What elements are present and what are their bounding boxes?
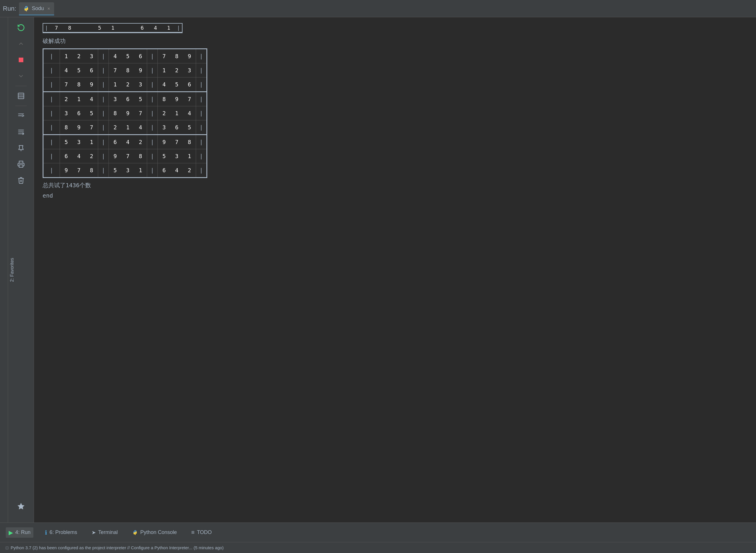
todo-panel-label: TODO	[197, 529, 212, 536]
todo-panel-icon: ≡	[191, 529, 195, 536]
scroll-up-button[interactable]	[13, 36, 28, 51]
svg-point-1	[26, 10, 27, 11]
delete-button[interactable]	[13, 173, 28, 188]
terminal-panel-label: Terminal	[98, 529, 118, 536]
problems-panel-label: 6: Problems	[50, 529, 77, 536]
svg-marker-13	[18, 503, 24, 509]
tab-sodu[interactable]: Sodu ×	[19, 2, 54, 15]
main-area: 2: Favorites	[0, 17, 756, 523]
rerun-button[interactable]	[13, 20, 28, 35]
tab-title: Sodu	[32, 5, 44, 11]
sort-button[interactable]	[13, 108, 28, 123]
problems-panel-button[interactable]: ℹ 6: Problems	[42, 527, 80, 538]
print-button[interactable]	[13, 157, 28, 172]
close-icon[interactable]: ×	[48, 6, 51, 11]
todo-panel-button[interactable]: ≡ TODO	[188, 527, 214, 538]
divider-1	[15, 86, 27, 86]
bottom-toolbar: ▶ 4: Run ℹ 6: Problems ➤ Terminal Python…	[0, 523, 756, 542]
tab-bar: Run: Sodu ×	[0, 0, 756, 17]
python-console-panel-label: Python Console	[140, 529, 177, 536]
partial-top-grid: | 7 8 5 1 6 4 1 |	[42, 23, 747, 33]
favorites-star-button[interactable]	[13, 499, 28, 514]
svg-rect-12	[19, 165, 23, 167]
problems-panel-icon: ℹ	[45, 529, 47, 536]
status-bar-icon: □	[6, 545, 8, 550]
run-panel-label: 4: Run	[15, 529, 30, 536]
stop-button[interactable]	[13, 53, 28, 67]
python-icon	[23, 5, 29, 12]
python-console-panel-button[interactable]: Python Console	[129, 528, 180, 537]
status-bar: □ Python 3.7 (2) has been configured as …	[0, 542, 756, 553]
favorites-label: 2: Favorites	[9, 258, 15, 282]
run-panel-icon: ▶	[9, 529, 13, 536]
pin-button[interactable]	[13, 141, 28, 156]
scroll-down-button[interactable]	[13, 69, 28, 84]
svg-rect-3	[18, 93, 24, 99]
total-count-text: 总共试了1436个数	[42, 181, 747, 189]
run-panel-button[interactable]: ▶ 4: Run	[6, 527, 33, 538]
run-label: Run:	[3, 5, 16, 12]
end-text: end	[42, 192, 747, 199]
console-output: | 7 8 5 1 6 4 1 |	[34, 17, 756, 523]
terminal-panel-button[interactable]: ➤ Terminal	[89, 528, 121, 538]
svg-rect-2	[19, 58, 23, 62]
restore-layout-button[interactable]	[13, 88, 28, 103]
divider-2	[15, 106, 27, 106]
sudoku-grid: | 1 2 3 | 4 5 6 | 7 8 9 |	[42, 49, 747, 178]
svg-point-0	[26, 6, 26, 7]
success-text: 破解成功	[42, 37, 747, 45]
export-button[interactable]	[13, 125, 28, 139]
python-console-icon	[132, 530, 138, 536]
favorites-sidebar: 2: Favorites	[0, 17, 8, 523]
terminal-panel-icon: ➤	[92, 529, 96, 536]
status-bar-text: Python 3.7 (2) has been configured as th…	[11, 545, 224, 550]
